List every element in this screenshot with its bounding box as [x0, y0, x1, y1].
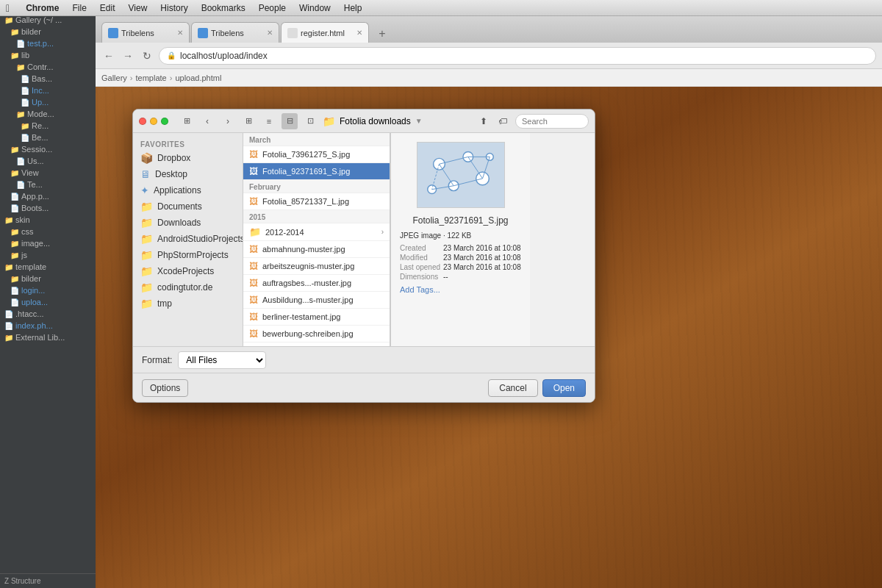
jpg-icon: 🖼: [249, 345, 258, 346]
tree-item[interactable]: 📄 uploa...: [0, 296, 96, 308]
fp-column-view-btn-active[interactable]: ⊟: [282, 113, 298, 129]
fp-list-view-button[interactable]: ≡: [261, 113, 277, 129]
fp-sidebar-item-downloads[interactable]: 📁 Downloads: [133, 215, 243, 231]
tree-item[interactable]: 📄 Up...: [0, 96, 96, 108]
tab-label: Tribelens: [121, 29, 154, 37]
fp-icon-view-button[interactable]: ⊞: [240, 113, 257, 129]
tree-item[interactable]: 📁 bilder: [0, 26, 96, 37]
bc-item-template[interactable]: template: [136, 74, 167, 82]
tree-item[interactable]: 📁 View: [0, 167, 96, 179]
fp-file-item[interactable]: 🖼 Fotolia_85721337_L.jpg: [243, 193, 390, 210]
tab-tribelens-1[interactable]: Tribelens ✕: [101, 22, 190, 43]
tree-item[interactable]: 📄 Boots...: [0, 202, 96, 214]
tree-item[interactable]: 📄 Te...: [0, 179, 96, 190]
tree-item[interactable]: 📁 css: [0, 226, 96, 237]
tab-close-button[interactable]: ✕: [267, 29, 273, 37]
tab-register[interactable]: register.html ✕: [281, 22, 369, 43]
menu-bar:  Chrome File Edit View History Bookmark…: [0, 0, 882, 16]
fp-file-name: abmahnung-muster.jpg: [262, 245, 345, 254]
fp-share-button[interactable]: ⬆: [476, 113, 492, 129]
menu-history[interactable]: History: [160, 3, 187, 13]
fp-options-button[interactable]: Options: [142, 379, 188, 397]
fp-file-item-folder[interactable]: 📁 2012-2014 ›: [243, 223, 390, 241]
tree-item[interactable]: 📁 lib: [0, 49, 96, 61]
tree-item[interactable]: 📁 bilder: [0, 273, 96, 284]
address-input[interactable]: 🔒 localhost/upload/index: [159, 47, 876, 65]
fp-file-item[interactable]: 🖼 bewerbung-schreiben.jpg: [243, 326, 390, 343]
new-tab-button[interactable]: +: [373, 25, 391, 43]
fp-file-item-selected[interactable]: 🖼 Fotolia_92371691_S.jpg: [243, 163, 390, 180]
fp-sidebar-item-dropbox[interactable]: 📦 Dropbox: [133, 150, 243, 166]
tree-item-skin[interactable]: 📁 skin: [0, 214, 96, 226]
fp-sidebar-item-applications[interactable]: ✦ Applications: [133, 182, 243, 198]
fp-cancel-button[interactable]: Cancel: [488, 379, 537, 397]
tree-item-template[interactable]: 📁 template: [0, 261, 96, 273]
tree-item[interactable]: 📄 login...: [0, 284, 96, 296]
fp-sidebar-item-codingtutor[interactable]: 📁 codingtutor.de: [133, 279, 243, 295]
refresh-button[interactable]: ↻: [140, 49, 154, 63]
menu-file[interactable]: File: [72, 3, 86, 13]
tree-item[interactable]: 📄 test.p...: [0, 37, 96, 49]
address-text: localhost/upload/index: [180, 51, 268, 61]
fp-file-item[interactable]: 🖼 bewerbung...e-muster.jpg: [243, 343, 390, 346]
tree-item[interactable]: 📁 js: [0, 249, 96, 261]
fp-sidebar-label: AndroidStudioProjects: [157, 234, 243, 244]
menu-help[interactable]: Help: [344, 3, 362, 13]
tree-item[interactable]: 📄 Inc...: [0, 85, 96, 96]
fp-sidebar-item-androidstudio[interactable]: 📁 AndroidStudioProjects: [133, 231, 243, 247]
fp-file-name: Fotolia_92371691_S.jpg: [262, 167, 350, 176]
fp-sidebar-item-xcode[interactable]: 📁 XcodeProjects: [133, 263, 243, 279]
tree-item-external[interactable]: 📁 External Lib...: [0, 331, 96, 343]
tree-item[interactable]: 📄 Bas...: [0, 73, 96, 85]
back-button[interactable]: ←: [101, 49, 116, 63]
fp-format-select[interactable]: All Files Images PDF Text: [178, 351, 266, 369]
fp-file-item[interactable]: 🖼 arbeitszeugnis-muster.jpg: [243, 258, 390, 275]
fp-column-view-button[interactable]: ⊞: [179, 113, 195, 129]
menu-bookmarks[interactable]: Bookmarks: [201, 3, 245, 13]
fp-sidebar-item-desktop[interactable]: 🖥 Desktop: [133, 166, 243, 182]
tree-item[interactable]: 📁 Mode...: [0, 108, 96, 120]
fp-tag-button[interactable]: 🏷: [495, 113, 511, 129]
fp-open-button[interactable]: Open: [542, 379, 586, 397]
menu-view[interactable]: View: [129, 3, 148, 13]
forward-button[interactable]: →: [121, 49, 135, 63]
bc-item-upload[interactable]: upload.phtml: [175, 74, 221, 82]
fp-sidebar-item-phpstorm[interactable]: 📁 PhpStormProjects: [133, 247, 243, 263]
fp-file-list: March 🖼 Fotolia_73961275_S.jpg 🖼 Fotolia…: [243, 133, 390, 346]
fp-file-item[interactable]: 🖼 Fotolia_73961275_S.jpg: [243, 146, 390, 163]
menu-people[interactable]: People: [259, 3, 286, 13]
tree-item-index[interactable]: 📄 index.ph...: [0, 320, 96, 331]
fp-file-item[interactable]: 🖼 abmahnung-muster.jpg: [243, 241, 390, 258]
tree-item[interactable]: 📁 Sessio...: [0, 143, 96, 155]
menu-chrome[interactable]: Chrome: [26, 3, 59, 13]
apple-menu[interactable]: : [6, 2, 10, 14]
codingtutor-icon: 📁: [140, 282, 153, 293]
fp-add-tags-link[interactable]: Add Tags...: [400, 285, 521, 294]
tree-item[interactable]: 📄 Be...: [0, 132, 96, 143]
fp-gallery-view-button[interactable]: ⊡: [302, 113, 318, 129]
fp-file-item[interactable]: 🖼 auftragsbes...-muster.jpg: [243, 275, 390, 292]
menu-window[interactable]: Window: [299, 3, 331, 13]
tree-item-htaccess[interactable]: 📄 .htacc...: [0, 308, 96, 320]
fp-sidebar-item-documents[interactable]: 📁 Documents: [133, 198, 243, 215]
fp-file-item[interactable]: 🖼 Ausbildung...s-muster.jpg: [243, 292, 390, 309]
tab-tribelens-2[interactable]: Tribelens ✕: [191, 22, 279, 43]
tree-item[interactable]: 📁 Re...: [0, 120, 96, 132]
fp-sidebar-item-tmp[interactable]: 📁 tmp: [133, 295, 243, 312]
fp-search-input[interactable]: [515, 114, 589, 129]
fp-file-item[interactable]: 🖼 berliner-testament.jpg: [243, 309, 390, 326]
tree-item[interactable]: 📄 App.p...: [0, 190, 96, 202]
tab-close-button[interactable]: ✕: [177, 29, 183, 37]
tab-close-button[interactable]: ✕: [356, 29, 362, 37]
bc-item-gallery[interactable]: Gallery: [101, 74, 127, 82]
fp-back-button[interactable]: ‹: [199, 113, 215, 129]
tree-item[interactable]: 📄 Us...: [0, 155, 96, 167]
fp-preview-lastopened: 23 March 2016 at 10:08: [443, 263, 521, 271]
fp-maximize-button[interactable]: [161, 118, 168, 125]
tree-item[interactable]: 📁 Contr...: [0, 61, 96, 73]
menu-edit[interactable]: Edit: [100, 3, 115, 13]
fp-forward-button[interactable]: ›: [220, 113, 236, 129]
tree-item[interactable]: 📁 image...: [0, 237, 96, 249]
fp-minimize-button[interactable]: [150, 118, 157, 125]
fp-close-button[interactable]: [139, 118, 146, 125]
